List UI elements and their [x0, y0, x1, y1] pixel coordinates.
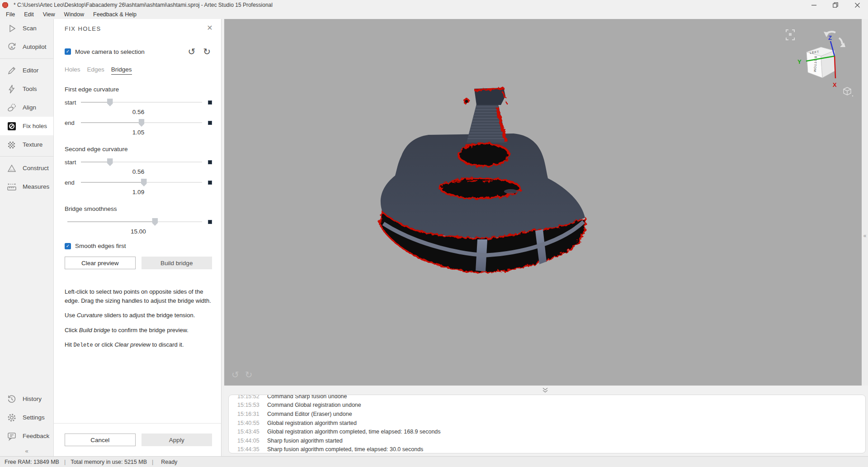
sidebar-item-measures[interactable]: Measures — [0, 177, 53, 196]
slider-color-chip[interactable] — [208, 181, 212, 185]
panel-close-button[interactable]: ✕ — [206, 24, 214, 32]
fix-holes-panel: FIX HOLES ✕ ✓ Move camera to selection ↺… — [53, 19, 222, 456]
build-bridge-button[interactable]: Build bridge — [142, 257, 212, 269]
instruction-paragraph: Hit Delete or click Clear preview to dis… — [65, 340, 211, 349]
smooth-edges-row: ✓ Smooth edges first — [65, 243, 212, 249]
slider-track[interactable] — [81, 117, 202, 128]
sidebar-item-history[interactable]: History — [0, 390, 53, 408]
viewport-redo-icon[interactable]: ↻ — [245, 370, 253, 379]
tab-bridges[interactable]: Bridges — [111, 66, 132, 75]
log-divider[interactable] — [224, 386, 868, 395]
sidebar-item-label: Feedback — [23, 433, 49, 439]
fit-view-icon[interactable] — [786, 30, 794, 40]
minimize-button[interactable] — [803, 0, 825, 10]
sidebar-item-settings[interactable]: Settings — [0, 408, 53, 427]
smooth-edges-label: Smooth edges first — [75, 243, 126, 249]
sidebar-item-align[interactable]: Align — [0, 98, 53, 117]
axis-z-label: Z — [828, 34, 832, 41]
log-message: Command Editor (Eraser) undone — [267, 411, 352, 417]
tab-holes[interactable]: Holes — [65, 66, 80, 75]
collapse-log-icon[interactable] — [542, 388, 548, 393]
menu-edit[interactable]: Edit — [19, 10, 38, 19]
slider-label: end — [65, 119, 81, 126]
restore-button[interactable] — [825, 0, 846, 10]
status-memory: Total memory in use: 5215 MB — [71, 459, 147, 465]
sound-hole — [458, 143, 509, 166]
slider-handle[interactable] — [139, 119, 145, 127]
menu-window[interactable]: Window — [60, 10, 89, 19]
sidebar-item-scan[interactable]: Scan — [0, 19, 53, 38]
texture-icon — [6, 139, 17, 150]
log-box[interactable]: 15:15:52Command Sharp fusion undone15:15… — [228, 395, 866, 453]
svg-text:A: A — [10, 45, 13, 49]
redo-icon[interactable]: ↻ — [203, 47, 211, 56]
axis-x-label: X — [833, 81, 837, 88]
sidebar-item-label: Construct — [23, 165, 49, 172]
slider-track[interactable] — [81, 97, 202, 108]
smooth-edges-checkbox[interactable]: ✓ — [65, 243, 71, 249]
nav-cube[interactable]: LEFT BOTTOM — [807, 47, 835, 78]
slider-handle[interactable] — [107, 158, 113, 166]
model-guitar[interactable] — [380, 88, 585, 272]
right-panel-collapse-strip[interactable]: « — [862, 19, 868, 386]
slider-handle[interactable] — [141, 179, 147, 186]
menu-view[interactable]: View — [38, 10, 60, 19]
slider-color-chip[interactable] — [208, 121, 212, 125]
clear-preview-button[interactable]: Clear preview — [65, 257, 136, 269]
app-logo-icon — [2, 2, 8, 8]
tab-edges[interactable]: Edges — [87, 66, 104, 75]
sidebar-item-construct[interactable]: Construct — [0, 159, 53, 177]
sidebar-item-tools[interactable]: Tools — [0, 80, 53, 98]
instructions-text: Left-click to select two points on oppos… — [65, 287, 212, 349]
sidebar-item-feedback[interactable]: Feedback — [0, 427, 53, 445]
slider-value: 0.56 — [65, 108, 212, 117]
status-state: Ready — [161, 459, 177, 465]
slider-handle[interactable] — [152, 218, 158, 226]
rotate-view-icon[interactable] — [824, 32, 845, 47]
cancel-button[interactable]: Cancel — [65, 434, 136, 446]
log-message: Sharp fusion algorithm started — [267, 438, 343, 444]
move-camera-checkbox[interactable]: ✓ — [65, 48, 71, 55]
slider-color-chip[interactable] — [208, 160, 212, 164]
sidebar-item-label: Measures — [23, 183, 49, 190]
slider-handle[interactable] — [107, 99, 113, 106]
slider-track[interactable] — [81, 177, 202, 188]
slider-track[interactable] — [81, 157, 202, 167]
log-message: Global registration algorithm completed,… — [267, 429, 441, 435]
window-controls — [803, 0, 868, 10]
slider-color-chip[interactable] — [208, 100, 212, 105]
slider-group-bridge-smoothness: Bridge smoothness15.00 — [65, 205, 212, 237]
viewport-undo-icon[interactable]: ↺ — [231, 370, 239, 379]
sidebar-item-fix-holes[interactable]: Fix holes — [0, 117, 53, 135]
scene-canvas[interactable]: LEFT BOTTOM Z Y X — [224, 19, 862, 386]
sidebar-item-texture[interactable]: Texture — [0, 135, 53, 154]
home-cube-icon[interactable] — [844, 87, 853, 96]
undo-icon[interactable]: ↺ — [188, 47, 195, 56]
log-message: Command Sharp fusion undone — [267, 395, 347, 400]
menu-feedback-help[interactable]: Feedback & Help — [89, 10, 141, 19]
slider-track[interactable] — [67, 216, 202, 227]
close-icon — [855, 3, 860, 8]
panel-title: FIX HOLES — [65, 25, 212, 32]
log-timestamp: 15:16:31 — [237, 411, 263, 417]
nav-widget: LEFT BOTTOM Z Y X — [786, 30, 853, 96]
right-collapse-icon[interactable]: « — [862, 233, 868, 239]
close-button[interactable] — [846, 0, 868, 10]
slider-row-bridge-smoothness — [65, 216, 212, 227]
slider-row-start: start — [65, 157, 212, 167]
sidebar-item-autopilot[interactable]: AAutopilot — [0, 38, 53, 56]
bridge-hole-patch — [504, 189, 518, 194]
sidebar-item-label: History — [23, 396, 42, 402]
viewport-3d[interactable]: LEFT BOTTOM Z Y X ↺ ↻ — [224, 19, 862, 386]
window-title: * C:\Users\Artec Leo\Desktop\Fabacademy … — [14, 2, 273, 8]
sidebar-item-label: Texture — [23, 141, 42, 148]
editor-icon — [6, 65, 17, 76]
slider-color-chip[interactable] — [208, 220, 212, 224]
apply-button[interactable]: Apply — [142, 434, 212, 446]
menu-file[interactable]: File — [1, 10, 19, 19]
instruction-paragraph: Click Build bridge to confirm the bridge… — [65, 326, 211, 335]
log-timestamp: 15:15:53 — [237, 402, 263, 408]
log-area: 15:15:52Command Sharp fusion undone15:15… — [224, 395, 868, 456]
sidebar-item-editor[interactable]: Editor — [0, 61, 53, 80]
sidebar-collapse-button[interactable]: « — [0, 445, 53, 456]
